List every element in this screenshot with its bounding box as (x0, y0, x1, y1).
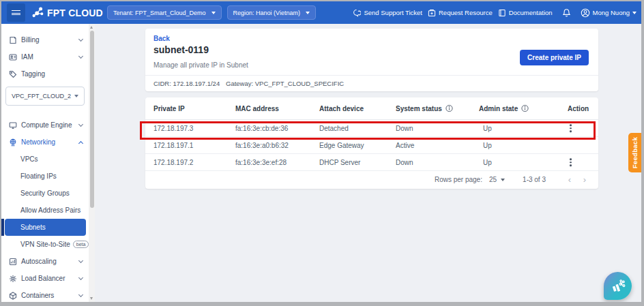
support-ticket-icon (353, 9, 361, 17)
back-link[interactable]: Back (153, 35, 170, 42)
region-select[interactable]: Region: Hanoi (Vietnam) (227, 5, 316, 20)
request-resource-link[interactable]: Request Resource (428, 9, 493, 17)
chat-bot-icon (610, 278, 626, 294)
sidebar-item-vpcs[interactable]: VPCs (1, 151, 89, 168)
sidebar-item-security-groups[interactable]: Security Groups (1, 185, 89, 202)
load-balancer-icon (8, 274, 17, 283)
private-ip-table-card: Private IP MAC address Attach device Sys… (145, 97, 598, 189)
scroll-up-arrow[interactable] (90, 26, 93, 29)
sidebar-item-compute-engine[interactable]: Compute Engine (1, 117, 89, 134)
beta-badge: beta (73, 241, 89, 248)
send-support-ticket-link[interactable]: Send Support Ticket (353, 9, 422, 17)
chevron-down-icon (78, 292, 83, 296)
col-private-ip: Private IP (153, 105, 185, 112)
scroll-down-arrow[interactable] (90, 297, 93, 300)
col-system-status: System status (396, 105, 442, 112)
vpc-selector[interactable]: VPC_FPT_CLOUD_2 (5, 87, 85, 106)
sidebar-item-autoscaling[interactable]: Autoscaling (1, 253, 89, 270)
sidebar-item-allow-address-pairs[interactable]: Allow Address Pairs (1, 202, 89, 219)
sidebar-scrollbar[interactable] (89, 24, 95, 302)
chevron-down-icon (78, 258, 83, 262)
page-title: subnet-0119 (153, 44, 209, 55)
iam-icon (8, 52, 17, 61)
notifications-button[interactable] (562, 8, 571, 18)
info-icon[interactable] (521, 105, 529, 112)
menu-button[interactable] (7, 3, 25, 22)
divider (145, 75, 598, 76)
chevron-down-icon (501, 179, 505, 181)
row-actions-button[interactable] (570, 158, 572, 166)
system-status-value: Active (396, 142, 414, 149)
attach-device-value: DHCP Server (319, 159, 360, 166)
create-private-ip-button[interactable]: Create private IP (520, 50, 589, 65)
sidebar-item-iam[interactable]: IAM (1, 48, 89, 65)
admin-state-value: Up (483, 159, 492, 166)
mac-value: fa:16:3e:3e:ef:28 (235, 159, 287, 166)
rows-per-page-label: Rows per page: (435, 176, 482, 183)
fpt-cloud-logo: FPT CLOUD (32, 1, 103, 24)
gateway-value: Gateway: VPC_FPT_CLOUD_SPECIFIC (226, 80, 430, 87)
page-subtitle: Manage all private IP in Subnet (153, 61, 248, 69)
chevron-down-icon (78, 121, 83, 126)
private-ip-value: 172.18.197.1 (153, 142, 193, 149)
highlight-box (140, 121, 596, 140)
fpt-molecule-icon (32, 7, 44, 18)
chevron-down-icon (306, 12, 310, 14)
pagination-range: 1-3 of 3 (523, 176, 546, 183)
system-status-value: Down (396, 159, 413, 166)
sidebar-item-containers[interactable]: Containers (1, 287, 89, 302)
info-icon[interactable] (445, 105, 453, 112)
user-menu[interactable]: Mong Nuong (581, 8, 636, 18)
scrollbar-thumb[interactable] (90, 31, 94, 208)
autoscaling-icon (8, 257, 17, 266)
app-window: FPT CLOUD Tenant: FPT_Smart_Cloud_Demo R… (1, 1, 641, 302)
sidebar-item-networking[interactable]: Networking (1, 134, 89, 151)
cidr-value: CIDR: 172.18.197.1/24 (153, 80, 220, 87)
top-navbar: FPT CLOUD Tenant: FPT_Smart_Cloud_Demo R… (1, 1, 641, 24)
documentation-link[interactable]: Documentation (498, 9, 553, 17)
tagging-icon (8, 70, 17, 78)
hamburger-icon (12, 10, 20, 15)
networking-icon (8, 138, 17, 147)
selected-item-indicator (1, 219, 4, 236)
feedback-tab[interactable]: Feedback (628, 133, 641, 172)
sidebar-item-load-balancer[interactable]: Load Balancer (1, 270, 89, 287)
attach-device-value: Edge Gateway (319, 142, 364, 149)
tenant-select[interactable]: Tenant: FPT_Smart_Cloud_Demo (107, 5, 222, 20)
sidebar: Billing IAM Tagging VPC_FPT_CLOUD_2 Comp… (1, 24, 89, 302)
table-header: Private IP MAC address Attach device Sys… (145, 97, 598, 120)
bell-icon (562, 8, 571, 18)
col-action: Action (568, 105, 589, 112)
chevron-up-icon (78, 141, 83, 146)
sidebar-item-billing[interactable]: Billing (1, 31, 89, 48)
mac-value: fa:16:3e:a0:b6:32 (235, 142, 289, 149)
user-avatar-icon (581, 8, 590, 18)
documentation-icon (498, 9, 506, 17)
sidebar-item-floating-ips[interactable]: Floating IPs (1, 168, 89, 185)
request-resource-icon (428, 9, 436, 17)
chat-support-button[interactable] (604, 272, 632, 300)
chevron-down-icon (78, 36, 83, 41)
logo-text: FPT CLOUD (47, 7, 103, 18)
col-admin-state: Admin state (479, 105, 518, 112)
sidebar-item-subnets[interactable]: Subnets (5, 219, 86, 236)
compute-engine-icon (8, 121, 17, 129)
subnet-header-card: Back subnet-0119 Manage all private IP i… (145, 29, 598, 91)
rows-per-page-select[interactable]: 25 (489, 176, 505, 183)
chevron-down-icon (78, 53, 83, 58)
next-page-button[interactable]: › (577, 174, 592, 185)
billing-icon (8, 35, 17, 44)
table-pagination: Rows per page: 25 1-3 of 3 ‹ › (145, 171, 598, 188)
sidebar-item-tagging[interactable]: Tagging (1, 65, 89, 82)
chevron-down-icon (74, 95, 78, 97)
admin-state-value: Up (483, 142, 492, 149)
private-ip-value: 172.18.197.2 (153, 159, 193, 166)
previous-page-button[interactable]: ‹ (562, 174, 577, 185)
sidebar-item-vpn-site-to-site[interactable]: VPN Site-to-Site beta (1, 236, 89, 253)
col-attach-device: Attach device (319, 105, 364, 112)
table-row: 172.18.197.2 fa:16:3e:3e:ef:28 DHCP Serv… (145, 154, 598, 171)
chevron-down-icon (211, 12, 216, 14)
col-mac-address: MAC address (235, 105, 279, 112)
containers-icon (8, 291, 17, 300)
chevron-down-icon (78, 275, 83, 279)
